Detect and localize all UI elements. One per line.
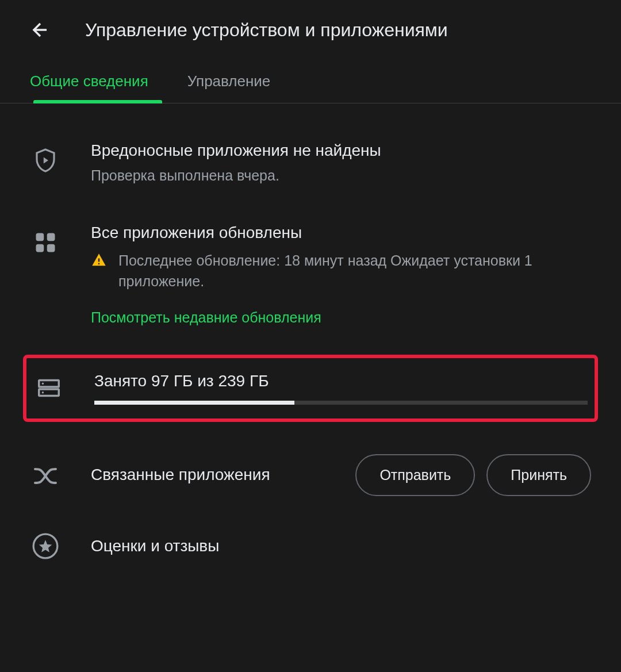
app-header: Управление устройством и приложениями	[0, 0, 621, 60]
updates-row[interactable]: Все приложения обновлены Последнее обнов…	[0, 224, 621, 326]
storage-title: Занято 97 ГБ из 239 ГБ	[94, 372, 588, 390]
updates-detail: Последнее обновление: 18 минут назад Ожи…	[91, 250, 591, 292]
svg-rect-3	[47, 244, 55, 252]
updates-body: Все приложения обновлены Последнее обнов…	[91, 224, 591, 326]
svg-rect-0	[36, 233, 44, 241]
storage-progress-track	[94, 401, 588, 405]
page-title: Управление устройством и приложениями	[85, 20, 448, 41]
svg-rect-1	[47, 233, 55, 241]
storage-body: Занято 97 ГБ из 239 ГБ	[94, 372, 588, 405]
shuffle-icon	[30, 459, 61, 490]
warning-icon	[91, 252, 107, 268]
svg-rect-5	[98, 263, 99, 264]
updates-title: Все приложения обновлены	[91, 224, 591, 242]
content: Вредоносные приложения не найдены Провер…	[0, 103, 621, 562]
tab-label: Управление	[187, 72, 271, 90]
reviews-row[interactable]: Оценки и отзывы	[0, 531, 621, 562]
tab-manage[interactable]: Управление	[187, 60, 281, 103]
linked-apps-title: Связанные приложения	[91, 466, 355, 484]
svg-rect-4	[98, 259, 99, 262]
storage-progress-fill	[94, 401, 294, 405]
svg-point-8	[42, 383, 44, 385]
apps-grid-icon	[30, 227, 61, 258]
play-protect-body: Вредоносные приложения не найдены Провер…	[91, 141, 591, 186]
play-protect-row[interactable]: Вредоносные приложения не найдены Провер…	[0, 141, 621, 186]
linked-apps-actions: Отправить Принять	[355, 454, 591, 496]
receive-button[interactable]: Принять	[486, 454, 591, 496]
recent-updates-link[interactable]: Посмотреть недавние обновления	[91, 309, 321, 326]
play-protect-subtitle: Проверка выполнена вчера.	[91, 166, 591, 186]
storage-row-highlight: Занято 97 ГБ из 239 ГБ	[23, 355, 598, 422]
linked-apps-row: Связанные приложения Отправить Принять	[0, 454, 621, 496]
tab-label: Общие сведения	[30, 72, 148, 90]
tabs: Общие сведения Управление	[0, 60, 621, 103]
updates-detail-text: Последнее обновление: 18 минут назад Ожи…	[118, 250, 591, 292]
storage-icon	[33, 373, 64, 404]
shield-play-icon	[30, 145, 61, 176]
tab-overview[interactable]: Общие сведения	[30, 60, 159, 103]
svg-rect-2	[36, 244, 44, 252]
svg-point-9	[42, 391, 44, 393]
star-circle-icon	[30, 531, 61, 562]
send-button[interactable]: Отправить	[355, 454, 475, 496]
storage-row[interactable]: Занято 97 ГБ из 239 ГБ	[33, 372, 588, 405]
play-protect-title: Вредоносные приложения не найдены	[91, 141, 591, 160]
reviews-title: Оценки и отзывы	[91, 537, 219, 555]
back-icon[interactable]	[29, 18, 52, 41]
